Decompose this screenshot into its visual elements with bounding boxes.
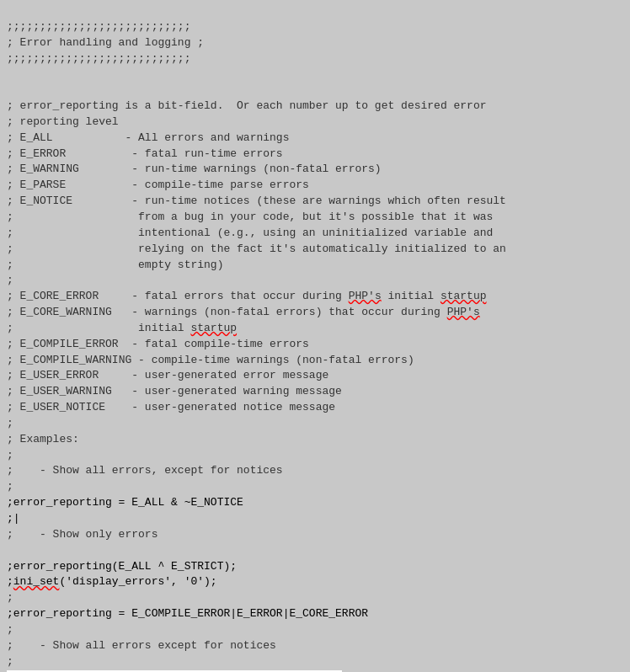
line-36: ; bbox=[7, 591, 13, 604]
line-21b: - compile-time warnings (non-fatal error… bbox=[7, 354, 414, 493]
that-2: that bbox=[328, 306, 355, 318]
startup-underline-1: startup bbox=[440, 290, 487, 302]
line-17b: initial bbox=[382, 290, 440, 302]
php-underline-1: PHP's bbox=[349, 290, 382, 302]
code-editor: ;;;;;;;;;;;;;;;;;;;;;;;;;;;; ; Error han… bbox=[7, 3, 623, 672]
compile-warning-label: E_COMPILE_WARNING bbox=[20, 354, 132, 366]
php-underline-2: PHP's bbox=[447, 306, 480, 318]
startup-underline-2: startup bbox=[190, 322, 237, 334]
line-18b: occur during bbox=[355, 306, 446, 318]
line-37: ;error_reporting = E_COMPILE_ERROR|E_ERR… bbox=[7, 607, 368, 620]
line-35b: ('display_errors', '0'); bbox=[59, 575, 216, 588]
line-18c: ; initial bbox=[7, 322, 190, 334]
line-12b: it was ; intentional (e.g., using an uni… bbox=[7, 211, 506, 302]
line-30: ;error_reporting = E_ALL & ~E_NOTICE ;| bbox=[7, 496, 243, 525]
line-32: ; - Show only errors bbox=[7, 528, 158, 541]
line-17c: ; E_CORE_WARNING - warnings (non-fatal e… bbox=[7, 306, 328, 318]
line-38: ; ; - Show all errors except for notices… bbox=[7, 623, 276, 668]
line-5: ; error_reporting is a bit-field. Or eac… bbox=[7, 99, 506, 223]
ini-underline: ini_set bbox=[13, 575, 60, 588]
line-1: ;;;;;;;;;;;;;;;;;;;;;;;;;;;; ; Error han… bbox=[7, 20, 204, 65]
word-that: that bbox=[420, 211, 446, 223]
